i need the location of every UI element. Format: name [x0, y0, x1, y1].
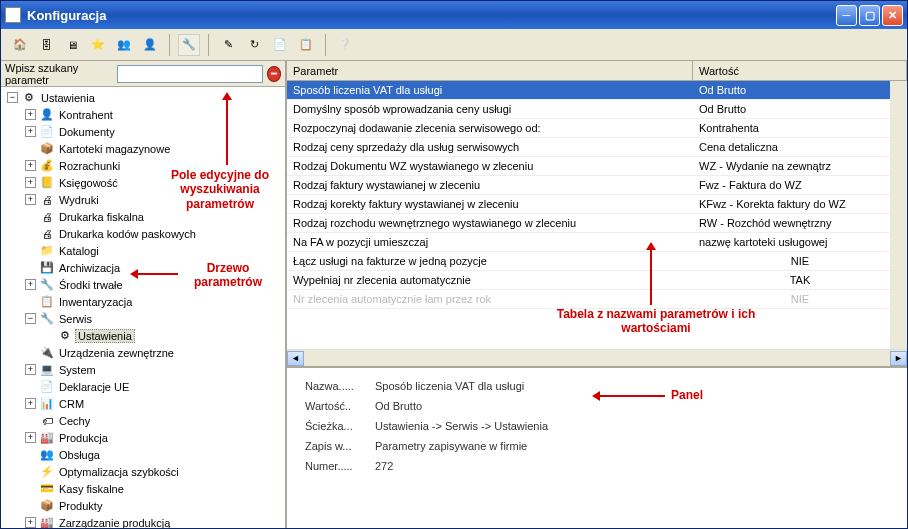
- tree-node[interactable]: 👥Obsługa: [3, 446, 283, 463]
- numer-label: Numer.....: [305, 460, 375, 472]
- grid-body[interactable]: Sposób liczenia VAT dla usługiOd BruttoD…: [287, 81, 907, 349]
- vertical-scrollbar[interactable]: [890, 81, 907, 349]
- tree-item-icon: 🔌: [39, 345, 55, 361]
- tree-node[interactable]: +🏭Produkcja: [3, 429, 283, 446]
- parameter-tree[interactable]: −⚙Ustawienia+👤Kontrahent+📄Dokumenty📦Kart…: [1, 87, 285, 528]
- tree-item-icon: ⚡: [39, 464, 55, 480]
- cell-wartosc: KFwz - Korekta faktury do WZ: [693, 198, 907, 210]
- users-icon[interactable]: 👥: [113, 34, 135, 56]
- expander-icon[interactable]: +: [25, 364, 36, 375]
- tree-item-icon: 🏷: [39, 413, 55, 429]
- close-button[interactable]: ✕: [882, 5, 903, 26]
- tree-node[interactable]: 📋Inwentaryzacja: [3, 293, 283, 310]
- tree-node[interactable]: +📊CRM: [3, 395, 283, 412]
- expander-icon[interactable]: −: [25, 313, 36, 324]
- table-row[interactable]: Sposób liczenia VAT dla usługiOd Brutto: [287, 81, 907, 100]
- expander-icon[interactable]: +: [25, 279, 36, 290]
- expander-icon[interactable]: +: [25, 109, 36, 120]
- minimize-button[interactable]: ─: [836, 5, 857, 26]
- tree-item-label: Rozrachunki: [57, 160, 122, 172]
- tree-node[interactable]: 🖨Drukarka kodów paskowych: [3, 225, 283, 242]
- tree-node[interactable]: +👤Kontrahent: [3, 106, 283, 123]
- monitor-icon[interactable]: 🖥: [61, 34, 83, 56]
- doc-icon[interactable]: 📄: [269, 34, 291, 56]
- tree-node[interactable]: +💰Rozrachunki: [3, 157, 283, 174]
- expander-icon[interactable]: +: [25, 126, 36, 137]
- sciezka-value: Ustawienia -> Serwis -> Ustawienia: [375, 420, 548, 432]
- edit-icon[interactable]: ✎: [217, 34, 239, 56]
- tree-item-label: Produkcja: [57, 432, 110, 444]
- table-row[interactable]: Rodzaj rozchodu wewnętrznego wystawianeg…: [287, 214, 907, 233]
- tree-item-label: Środki trwałe: [57, 279, 125, 291]
- tree-item-label: Kartoteki magazynowe: [57, 143, 172, 155]
- tree-item-label: Drukarka fiskalna: [57, 211, 146, 223]
- cell-parametr: Rodzaj korekty faktury wystawianej w zle…: [287, 198, 693, 210]
- tree-item-icon: 🖨: [39, 226, 55, 242]
- search-input[interactable]: [117, 65, 263, 83]
- table-row[interactable]: Rodzaj ceny sprzedaży dla usług serwisow…: [287, 138, 907, 157]
- help-icon[interactable]: ❔: [334, 34, 356, 56]
- tree-node[interactable]: 📄Deklaracje UE: [3, 378, 283, 395]
- scroll-left-icon[interactable]: ◄: [287, 351, 304, 366]
- expander-icon[interactable]: +: [25, 398, 36, 409]
- tree-item-label: Ustawienia: [75, 329, 135, 343]
- tree-node[interactable]: 📦Kartoteki magazynowe: [3, 140, 283, 157]
- cell-wartosc: Kontrahenta: [693, 122, 907, 134]
- table-row[interactable]: Domyślny sposób wprowadzania ceny usługi…: [287, 100, 907, 119]
- table-row[interactable]: Na FA w pozycji umieszczajnazwę kartotek…: [287, 233, 907, 252]
- expander-icon[interactable]: +: [25, 432, 36, 443]
- tree-item-label: Zarządzanie produkcją: [57, 517, 172, 529]
- tree-node[interactable]: +🔧Środki trwałe: [3, 276, 283, 293]
- tree-node[interactable]: 🔌Urządzenia zewnętrzne: [3, 344, 283, 361]
- tree-node[interactable]: +💻System: [3, 361, 283, 378]
- tree-node[interactable]: −⚙Ustawienia: [3, 89, 283, 106]
- tree-node[interactable]: ⚡Optymalizacja szybkości: [3, 463, 283, 480]
- tree-node[interactable]: 🏷Cechy: [3, 412, 283, 429]
- tree-item-icon: 📦: [39, 141, 55, 157]
- tree-node[interactable]: −🔧Serwis: [3, 310, 283, 327]
- home-icon[interactable]: 🏠: [9, 34, 31, 56]
- tree-node[interactable]: 📦Produkty: [3, 497, 283, 514]
- tree-node[interactable]: +🏭Zarządzanie produkcją: [3, 514, 283, 528]
- tree-item-icon: 👤: [39, 107, 55, 123]
- tree-item-icon: 💰: [39, 158, 55, 174]
- user-icon[interactable]: 👤: [139, 34, 161, 56]
- tools-icon[interactable]: 🔧: [178, 34, 200, 56]
- tree-item-icon: 🏭: [39, 515, 55, 529]
- expander-icon[interactable]: +: [25, 177, 36, 188]
- star-icon[interactable]: ⭐: [87, 34, 109, 56]
- list-icon[interactable]: 📋: [295, 34, 317, 56]
- tree-node[interactable]: ⚙Ustawienia: [3, 327, 283, 344]
- tree-node[interactable]: 🖨Drukarka fiskalna: [3, 208, 283, 225]
- tree-node[interactable]: 📁Katalogi: [3, 242, 283, 259]
- clear-search-icon[interactable]: ━: [267, 66, 282, 82]
- table-row[interactable]: Łącz usługi na fakturze w jedną pozycjeN…: [287, 252, 907, 271]
- horizontal-scrollbar[interactable]: ◄ ►: [287, 349, 907, 366]
- tree-node[interactable]: +📄Dokumenty: [3, 123, 283, 140]
- table-row[interactable]: Rodzaj faktury wystawianej w zleceniuFwz…: [287, 176, 907, 195]
- col-wartosc[interactable]: Wartość: [693, 61, 907, 80]
- expander-icon[interactable]: +: [25, 160, 36, 171]
- table-row[interactable]: Rodzaj Dokumentu WZ wystawianego w zlece…: [287, 157, 907, 176]
- cell-wartosc: Fwz - Faktura do WZ: [693, 179, 907, 191]
- maximize-button[interactable]: ▢: [859, 5, 880, 26]
- refresh-icon[interactable]: ↻: [243, 34, 265, 56]
- table-row[interactable]: Rozpoczynaj dodawanie zlecenia serwisowe…: [287, 119, 907, 138]
- expander-icon[interactable]: +: [25, 194, 36, 205]
- table-row[interactable]: Rodzaj korekty faktury wystawianej w zle…: [287, 195, 907, 214]
- search-row: Wpisz szukany parametr ━: [1, 61, 285, 87]
- cell-wartosc: Od Brutto: [693, 84, 907, 96]
- tree-item-icon: 📄: [39, 124, 55, 140]
- tree-node[interactable]: +🖨Wydruki: [3, 191, 283, 208]
- col-parametr[interactable]: Parametr: [287, 61, 693, 80]
- table-row[interactable]: Nr zlecenia automatycznie łam przez rokN…: [287, 290, 907, 309]
- expander-icon[interactable]: +: [25, 517, 36, 528]
- cell-wartosc: RW - Rozchód wewnętrzny: [693, 217, 907, 229]
- expander-icon[interactable]: −: [7, 92, 18, 103]
- table-row[interactable]: Wypełniaj nr zlecenia automatycznieTAK: [287, 271, 907, 290]
- tree-node[interactable]: 💳Kasy fiskalne: [3, 480, 283, 497]
- tree-item-label: Deklaracje UE: [57, 381, 131, 393]
- tree-node[interactable]: +📒Księgowość: [3, 174, 283, 191]
- scroll-right-icon[interactable]: ►: [890, 351, 907, 366]
- server-icon[interactable]: 🗄: [35, 34, 57, 56]
